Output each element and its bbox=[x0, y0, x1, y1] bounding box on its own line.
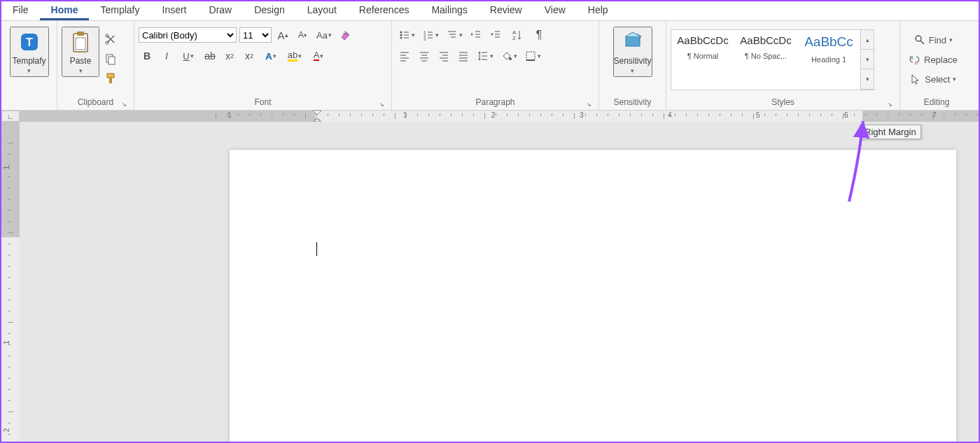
tab-references[interactable]: References bbox=[348, 1, 421, 20]
strikethrough-button[interactable]: ab bbox=[202, 48, 218, 64]
font-color-button[interactable]: A▾ bbox=[308, 48, 329, 64]
tab-design[interactable]: Design bbox=[243, 1, 296, 20]
hruler-tick bbox=[731, 113, 732, 116]
justify-button[interactable] bbox=[455, 48, 472, 64]
subscript-button[interactable]: x2 bbox=[221, 48, 238, 64]
gallery-up-button[interactable]: ▴ bbox=[861, 30, 874, 50]
line-spacing-button[interactable]: ▾ bbox=[475, 48, 496, 64]
vruler-tick bbox=[8, 322, 13, 323]
font-dialog-launcher[interactable]: ↘ bbox=[377, 100, 386, 108]
align-center-button[interactable] bbox=[416, 48, 433, 64]
bold-button[interactable]: B bbox=[139, 48, 155, 64]
cut-button[interactable] bbox=[102, 31, 119, 48]
ruler-corner[interactable]: ∟ bbox=[1, 111, 20, 122]
select-button[interactable]: Select▾ bbox=[904, 70, 962, 88]
text-cursor bbox=[316, 242, 317, 256]
tab-layout[interactable]: Layout bbox=[296, 1, 348, 20]
tab-view[interactable]: View bbox=[533, 1, 577, 20]
hruler-tick bbox=[518, 113, 519, 116]
document-area[interactable] bbox=[20, 122, 979, 443]
align-left-button[interactable] bbox=[396, 48, 413, 64]
shading-button[interactable]: ▾ bbox=[498, 48, 519, 64]
show-marks-button[interactable]: ¶ bbox=[531, 27, 547, 43]
group-styles: AaBbCcDc ¶ Normal AaBbCcDc ¶ No Spac... … bbox=[666, 21, 900, 110]
tab-review[interactable]: Review bbox=[479, 1, 533, 20]
style-normal[interactable]: AaBbCcDc ¶ Normal bbox=[671, 30, 734, 90]
clear-formatting-button[interactable]: A bbox=[337, 27, 354, 43]
tab-help[interactable]: Help bbox=[577, 1, 620, 20]
outdent-icon bbox=[470, 29, 482, 41]
grow-font-button[interactable]: A▴ bbox=[274, 27, 291, 43]
hruler-tick bbox=[921, 113, 922, 116]
page[interactable] bbox=[230, 150, 956, 443]
shrink-font-button[interactable]: A▾ bbox=[294, 27, 311, 43]
vruler-tick bbox=[8, 143, 13, 143]
vruler-top-margin[interactable] bbox=[1, 122, 20, 237]
hruler-tick bbox=[742, 113, 743, 116]
hruler-tick bbox=[776, 113, 776, 116]
hruler-tick bbox=[843, 113, 844, 119]
style-heading1[interactable]: AaBbCc Heading 1 bbox=[797, 30, 860, 90]
hruler-tick bbox=[328, 113, 328, 116]
multilevel-list-button[interactable]: ▾ bbox=[444, 27, 465, 43]
text-effects-button[interactable]: A▾ bbox=[260, 48, 281, 64]
replace-button[interactable]: bc Replace bbox=[904, 50, 962, 69]
hruler-tick bbox=[865, 113, 866, 116]
format-painter-button[interactable] bbox=[102, 70, 119, 87]
svg-rect-21 bbox=[526, 52, 535, 60]
sensitivity-button[interactable]: Sensitivity ▾ bbox=[613, 27, 652, 77]
copy-button[interactable] bbox=[102, 50, 119, 67]
select-label: Select bbox=[925, 74, 950, 85]
hruler-right-margin[interactable] bbox=[862, 111, 979, 122]
gallery-down-button[interactable]: ▾ bbox=[861, 50, 874, 69]
group-label-sensitivity: Sensitivity bbox=[603, 96, 662, 110]
clipboard-dialog-launcher[interactable]: ↘ bbox=[120, 100, 128, 108]
hruler-tick bbox=[350, 113, 351, 116]
tab-draw[interactable]: Draw bbox=[198, 1, 244, 20]
sort-button[interactable]: AZ bbox=[507, 27, 528, 43]
paste-button[interactable]: Paste ▾ bbox=[62, 27, 99, 77]
underline-button[interactable]: U▾ bbox=[178, 48, 199, 64]
italic-button[interactable]: I bbox=[158, 48, 175, 64]
highlight-button[interactable]: ab▾ bbox=[284, 48, 305, 64]
hruler-left-margin[interactable] bbox=[20, 111, 316, 122]
hruler-tick bbox=[552, 113, 552, 116]
find-button[interactable]: Find▾ bbox=[904, 31, 962, 49]
tab-templafy[interactable]: Templafy bbox=[89, 1, 150, 20]
hruler-tick bbox=[966, 113, 967, 116]
increase-indent-button[interactable] bbox=[487, 27, 504, 43]
group-label-editing: Editing bbox=[904, 96, 969, 110]
font-size-combo[interactable]: 11 bbox=[239, 27, 272, 43]
hruler-tick bbox=[574, 113, 575, 119]
paint-bucket-icon bbox=[500, 50, 513, 62]
paragraph-dialog-launcher[interactable]: ↘ bbox=[584, 100, 593, 108]
superscript-button[interactable]: x2 bbox=[241, 48, 258, 64]
vruler-tick bbox=[8, 434, 10, 435]
group-font: Calibri (Body) 11 A▴ A▾ Aa▾ A B I U▾ ab … bbox=[134, 21, 392, 110]
tab-insert[interactable]: Insert bbox=[151, 1, 198, 20]
numbering-button[interactable]: 123▾ bbox=[420, 27, 441, 43]
decrease-indent-button[interactable] bbox=[468, 27, 484, 43]
templafy-button[interactable]: T Templafy ▾ bbox=[10, 27, 49, 77]
hruler-tick bbox=[910, 113, 911, 116]
vertical-ruler[interactable]: ∟ 1 1 2 bbox=[1, 111, 20, 443]
hruler-tick bbox=[630, 113, 631, 116]
borders-button[interactable]: ▾ bbox=[522, 48, 543, 64]
align-right-button[interactable] bbox=[435, 48, 452, 64]
hruler-tick bbox=[529, 113, 530, 116]
gallery-more-button[interactable]: ▾ bbox=[861, 69, 874, 90]
styles-dialog-launcher[interactable]: ↘ bbox=[886, 100, 894, 108]
style-no-spacing[interactable]: AaBbCcDc ¶ No Spac... bbox=[734, 30, 797, 90]
tab-mailings[interactable]: Mailings bbox=[420, 1, 478, 20]
clipboard-icon bbox=[68, 29, 93, 55]
tab-file[interactable]: File bbox=[1, 1, 40, 20]
svg-text:3: 3 bbox=[424, 37, 426, 41]
tab-home[interactable]: Home bbox=[40, 1, 90, 20]
font-name-combo[interactable]: Calibri (Body) bbox=[139, 27, 237, 43]
bullets-button[interactable]: ▾ bbox=[396, 27, 417, 43]
chevron-down-icon: ▾ bbox=[79, 67, 83, 74]
svg-rect-3 bbox=[77, 31, 84, 36]
horizontal-ruler[interactable]: 1 1 2 3 4 5 6 7 bbox=[20, 111, 979, 122]
change-case-button[interactable]: Aa▾ bbox=[314, 27, 335, 43]
hruler-tick bbox=[272, 113, 272, 116]
